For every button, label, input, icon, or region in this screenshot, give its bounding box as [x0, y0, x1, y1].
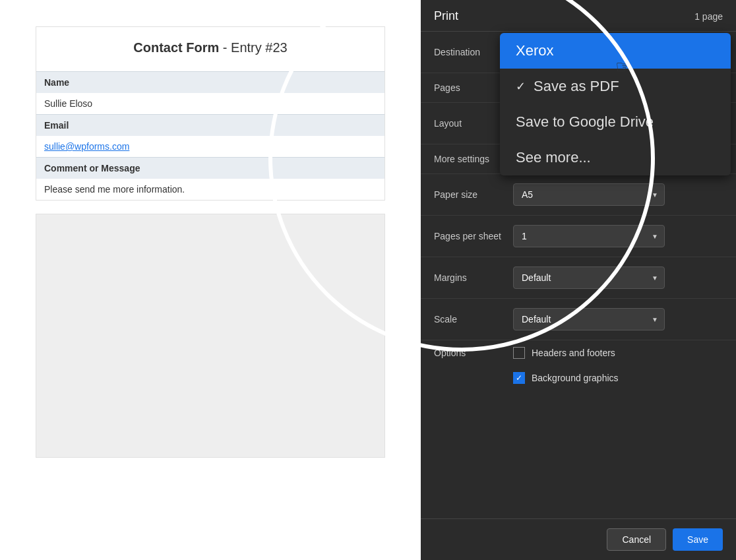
dropdown-option-see-more[interactable]: See more... [500, 140, 731, 175]
form-title-rest: - Entry #23 [219, 40, 287, 55]
field-value-email: sullie@wpforms.com [36, 136, 384, 157]
scale-row: Scale Default Custom [421, 299, 736, 340]
form-field-email: Email sullie@wpforms.com [36, 114, 384, 157]
google-drive-label: Save to Google Drive [516, 113, 654, 130]
save-pdf-label: Save as PDF [534, 78, 619, 95]
pages-per-sheet-select-wrapper[interactable]: 1 2 [513, 225, 665, 247]
margins-row: Margins Default None Minimum [421, 257, 736, 299]
dropdown-option-save-pdf[interactable]: ✓ Save as PDF [500, 69, 731, 104]
margins-value: Default None Minimum [513, 266, 723, 289]
preview-panel: Contact Form - Entry #23 Name Sullie Elo… [0, 0, 421, 560]
form-title-bold: Contact Form [133, 40, 219, 55]
cancel-button[interactable]: Cancel [607, 528, 666, 551]
margins-label: Margins [434, 272, 513, 283]
form-blank-space [36, 214, 385, 458]
pages-per-sheet-row: Pages per sheet 1 2 [421, 216, 736, 257]
destination-dropdown: Xerox ✓ Save as PDF Save to Google Drive… [500, 33, 731, 175]
scale-select-wrapper[interactable]: Default Custom [513, 308, 665, 330]
field-value-name: Sullie Eloso [36, 93, 384, 114]
headers-footers-row: Options Headers and footers [421, 340, 736, 365]
form-field-comment: Comment or Message Please send me more i… [36, 157, 384, 200]
background-graphics-row: Background graphics [421, 365, 736, 390]
print-title: Print [434, 9, 458, 23]
save-button[interactable]: Save [673, 528, 723, 551]
dropdown-option-google-drive[interactable]: Save to Google Drive [500, 104, 731, 140]
print-header: Print 1 page [421, 0, 736, 32]
paper-size-label: Paper size [434, 189, 513, 200]
paper-size-select-wrapper[interactable]: A5 A4 Letter [513, 183, 665, 206]
form-preview: Contact Form - Entry #23 Name Sullie Elo… [36, 26, 385, 201]
checkmark-icon: ✓ [516, 79, 526, 94]
dropdown-option-xerox[interactable]: Xerox [500, 33, 731, 69]
more-settings-label: More settings [434, 154, 489, 164]
headers-footers-label: Headers and footers [532, 348, 615, 358]
scale-value: Default Custom [513, 308, 723, 330]
paper-size-value: A5 A4 Letter [513, 183, 723, 206]
app-container: Contact Form - Entry #23 Name Sullie Elo… [0, 0, 736, 560]
field-label-name: Name [36, 72, 384, 93]
scale-select[interactable]: Default Custom [513, 308, 665, 330]
field-label-comment: Comment or Message [36, 158, 384, 179]
print-footer: Cancel Save [421, 518, 736, 560]
form-field-name: Name Sullie Eloso [36, 71, 384, 114]
xerox-label: Xerox [516, 42, 553, 59]
margins-select-wrapper[interactable]: Default None Minimum [513, 266, 665, 289]
email-link[interactable]: sullie@wpforms.com [44, 141, 129, 152]
options-label: Options [434, 348, 513, 358]
margins-select[interactable]: Default None Minimum [513, 266, 665, 289]
field-label-email: Email [36, 115, 384, 136]
paper-size-select[interactable]: A5 A4 Letter [513, 183, 665, 206]
paper-size-row: Paper size A5 A4 Letter [421, 174, 736, 216]
background-graphics-label: Background graphics [532, 373, 619, 383]
print-panel: Print 1 page Destination Xerox Save as P… [421, 0, 736, 560]
pages-per-sheet-value: 1 2 [513, 225, 723, 247]
see-more-label: See more... [516, 149, 591, 166]
background-graphics-checkbox[interactable] [513, 372, 525, 384]
pages-per-sheet-select[interactable]: 1 2 [513, 225, 665, 247]
form-title: Contact Form - Entry #23 [36, 27, 384, 71]
scale-label: Scale [434, 314, 513, 325]
pages-per-sheet-label: Pages per sheet [434, 231, 513, 241]
field-value-comment: Please send me more information. [36, 179, 384, 200]
print-pages: 1 page [694, 11, 723, 22]
headers-footers-checkbox[interactable] [513, 347, 525, 359]
